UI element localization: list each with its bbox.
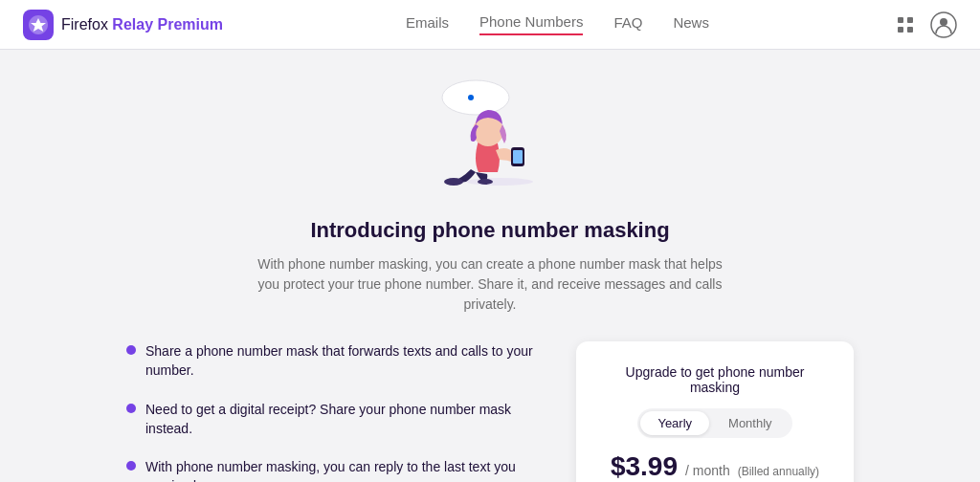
page-heading: Introducing phone number masking — [310, 218, 669, 243]
illustration — [404, 69, 576, 203]
svg-rect-3 — [898, 27, 903, 33]
logo: Firefox Relay Premium — [23, 10, 223, 40]
feature-list: Share a phone number mask that forwards … — [126, 341, 538, 482]
nav-news[interactable]: News — [673, 14, 709, 34]
svg-rect-13 — [513, 150, 523, 164]
upgrade-card: Upgrade to get phone number masking Year… — [576, 341, 854, 482]
svg-point-9 — [466, 178, 533, 186]
price-value: $3.99 — [611, 451, 678, 482]
bullet-icon — [126, 404, 136, 413]
billing-toggle: Yearly Monthly — [637, 408, 791, 438]
billed-note: (Billed annually) — [738, 465, 819, 478]
header: Firefox Relay Premium Emails Phone Numbe… — [0, 0, 980, 50]
nav-emails[interactable]: Emails — [406, 14, 449, 34]
firefox-relay-logo-icon — [23, 10, 54, 40]
list-item: Share a phone number mask that forwards … — [126, 341, 538, 381]
svg-point-6 — [940, 18, 947, 26]
nav-faq[interactable]: FAQ — [613, 14, 642, 34]
price-display: $3.99 / month (Billed annually) — [611, 451, 819, 482]
content-row: Share a phone number mask that forwards … — [126, 341, 854, 482]
svg-point-8 — [468, 95, 474, 100]
svg-rect-1 — [898, 17, 903, 23]
page-subtext: With phone number masking, you can creat… — [251, 254, 729, 315]
bullet-icon — [126, 461, 136, 471]
nav-phone-numbers[interactable]: Phone Numbers — [479, 13, 583, 35]
main-content: Introducing phone number masking With ph… — [0, 50, 980, 482]
price-period: / month — [685, 463, 730, 478]
svg-point-10 — [444, 178, 463, 186]
monthly-toggle-button[interactable]: Monthly — [711, 411, 790, 435]
list-item: Need to get a digital receipt? Share you… — [126, 400, 538, 439]
bullet-icon — [126, 345, 136, 355]
grid-icon[interactable] — [892, 11, 919, 38]
card-title: Upgrade to get phone number masking — [599, 364, 831, 395]
list-item: With phone number masking, you can reply… — [126, 457, 538, 482]
user-icon[interactable] — [930, 11, 957, 38]
svg-point-7 — [442, 80, 509, 115]
svg-rect-4 — [907, 27, 913, 33]
logo-text: Firefox Relay Premium — [61, 16, 223, 33]
svg-point-11 — [478, 179, 493, 185]
main-nav: Emails Phone Numbers FAQ News — [406, 13, 709, 35]
yearly-toggle-button[interactable]: Yearly — [640, 411, 709, 435]
header-icons — [892, 11, 957, 38]
svg-rect-2 — [907, 17, 913, 23]
